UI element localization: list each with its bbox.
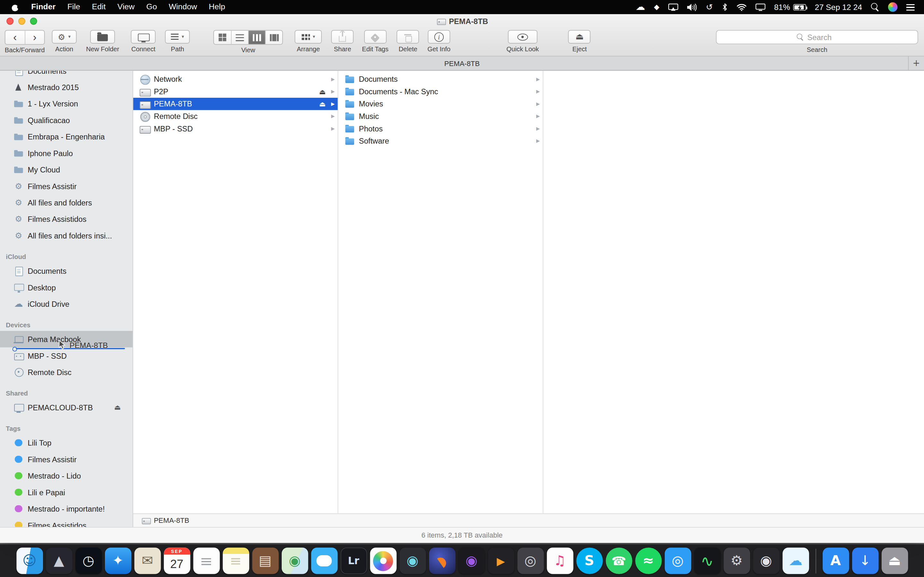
action-button[interactable]: ⚙▾ xyxy=(52,30,77,44)
dock-eject[interactable]: ⏏ xyxy=(881,548,908,574)
dock-contacts[interactable]: ▤ xyxy=(252,548,278,574)
battery-indicator[interactable]: 81% xyxy=(774,3,806,11)
apple-menu[interactable] xyxy=(6,3,25,11)
search-field[interactable] xyxy=(716,30,918,44)
view-coverflow-button[interactable] xyxy=(265,31,282,44)
menu-view[interactable]: View xyxy=(111,0,141,14)
column-item-p2p[interactable]: P2P⏏▶ xyxy=(133,85,338,98)
notification-center-icon[interactable] xyxy=(906,4,915,10)
dock-firefox[interactable]: ◗ xyxy=(429,548,455,574)
wifi-icon[interactable] xyxy=(736,3,746,11)
sidebar-item-filmes-assistir[interactable]: ⚙Filmes Assistir xyxy=(0,178,132,194)
sidebar-item-my-cloud[interactable]: My Cloud xyxy=(0,161,132,177)
zoom-button[interactable] xyxy=(30,18,37,25)
quick-look-button[interactable] xyxy=(508,30,537,44)
new-folder-button[interactable] xyxy=(90,30,115,44)
eject-icon[interactable]: ⏏ xyxy=(319,100,326,107)
dock-downloads[interactable]: ↓ xyxy=(852,548,879,574)
sidebar-item-icloud-drive[interactable]: ☁iCloud Drive xyxy=(0,295,132,312)
dropbox-icon[interactable]: ◆ xyxy=(654,3,659,11)
dock-mail[interactable]: ✉ xyxy=(134,548,161,574)
share-button[interactable] xyxy=(331,30,354,44)
sidebar-item-pema-macbook[interactable]: Pema Macbook xyxy=(0,331,132,347)
sidebar-item-lyx-version[interactable]: 1 - Lyx Version xyxy=(0,95,132,112)
sidebar-item-mbp-ssd[interactable]: MBP - SSD xyxy=(0,348,132,364)
sidebar-item-qualificacao[interactable]: Qualificacao xyxy=(0,112,132,128)
column-item-network[interactable]: Network▶ xyxy=(133,73,338,85)
sidebar-item-iphone-paulo[interactable]: Iphone Paulo xyxy=(0,145,132,161)
dock-skype[interactable]: S xyxy=(576,548,603,574)
dock-photos[interactable] xyxy=(370,548,397,574)
arrange-button[interactable]: ▾ xyxy=(295,30,322,44)
new-tab-button[interactable]: + xyxy=(908,56,924,70)
airplay-icon[interactable] xyxy=(668,3,678,11)
eject-icon[interactable]: ⏏ xyxy=(114,404,121,411)
tab-pema-8tb[interactable]: PEMA-8TB xyxy=(444,59,480,68)
view-columns-button[interactable] xyxy=(248,31,265,44)
dock-calendar[interactable]: SEP27 xyxy=(164,548,190,574)
dock-finder[interactable]: ☺ xyxy=(16,548,43,574)
menu-edit[interactable]: Edit xyxy=(86,0,111,14)
dock-itunes[interactable]: ♫ xyxy=(547,548,573,574)
delete-button[interactable] xyxy=(397,30,419,44)
dock-system-preferences[interactable]: ⚙ xyxy=(724,548,750,574)
view-list-button[interactable] xyxy=(231,31,248,44)
sidebar-tag-mestrado-importante[interactable]: Mestrado - importante! xyxy=(0,500,132,517)
search-input[interactable] xyxy=(807,33,838,42)
sidebar-tag-lili-e-papai[interactable]: Lili e Papai xyxy=(0,484,132,500)
eject-button[interactable]: ⏏ xyxy=(568,30,591,44)
dock-spotify[interactable]: ≈ xyxy=(635,548,662,574)
sidebar-tag-filmes-assistir[interactable]: Filmes Assistir xyxy=(0,451,132,467)
volume-icon[interactable] xyxy=(687,3,697,11)
dock-safari[interactable]: ✦ xyxy=(105,548,131,574)
dock-messages[interactable] xyxy=(311,548,338,574)
sidebar-item-mestrado-2015[interactable]: Mestrado 2015 xyxy=(0,79,132,95)
column-item-documents-mac-sync[interactable]: Documents - Mac Sync▶ xyxy=(338,85,543,98)
back-button[interactable]: ‹ xyxy=(5,31,25,44)
dock-lightroom[interactable]: Lr xyxy=(341,548,367,574)
sidebar-item-desktop[interactable]: Desktop xyxy=(0,279,132,295)
column-item-photos[interactable]: Photos▶ xyxy=(338,122,543,135)
dock-media-player[interactable]: ▸ xyxy=(488,548,514,574)
edit-tags-button[interactable] xyxy=(364,30,387,44)
display-icon[interactable] xyxy=(755,3,765,11)
dock-photo-booth[interactable]: ◉ xyxy=(399,548,426,574)
column-item-music[interactable]: Music▶ xyxy=(338,110,543,122)
dock-final-cut-pro[interactable]: ◉ xyxy=(458,548,485,574)
dock-whatsapp[interactable]: ☎ xyxy=(606,548,632,574)
menu-help[interactable]: Help xyxy=(203,0,231,14)
get-info-button[interactable]: i xyxy=(428,30,450,44)
spotlight-icon[interactable] xyxy=(871,3,879,11)
view-icons-button[interactable] xyxy=(214,31,231,44)
time-machine-icon[interactable]: ↺ xyxy=(706,3,713,11)
dock-maps[interactable]: ◉ xyxy=(281,548,308,574)
column-item-movies[interactable]: Movies▶ xyxy=(338,98,543,110)
dock-notes[interactable]: ≡ xyxy=(222,548,249,574)
cloud-status-icon[interactable]: ☁ xyxy=(636,2,645,11)
sidebar-item-icloud-documents[interactable]: Documents xyxy=(0,263,132,279)
forward-button[interactable]: › xyxy=(25,31,44,44)
sidebar-item-remote-disc[interactable]: Remote Disc xyxy=(0,364,132,380)
dock-launchpad[interactable]: ▲ xyxy=(45,548,72,574)
dock-app-store[interactable]: A xyxy=(822,548,849,574)
path-bar-item[interactable]: PEMA-8TB xyxy=(153,516,189,525)
sidebar-item-documents-top[interactable]: Documents xyxy=(0,71,132,79)
connect-button[interactable] xyxy=(131,30,156,44)
title-bar[interactable]: PEMA-8TB xyxy=(0,14,924,28)
column-item-pema-8tb[interactable]: PEMA-8TB⏏▶ xyxy=(133,98,338,110)
sidebar-tag-lili-top[interactable]: Lili Top xyxy=(0,435,132,451)
menu-file[interactable]: File xyxy=(61,0,86,14)
sidebar-item-all-files-insi[interactable]: ⚙All files and folders insi... xyxy=(0,227,132,243)
column-item-documents[interactable]: Documents▶ xyxy=(338,73,543,85)
menu-finder[interactable]: Finder xyxy=(25,0,61,14)
sidebar-item-all-files[interactable]: ⚙All files and folders xyxy=(0,194,132,211)
dock-dvd-player[interactable]: ◎ xyxy=(517,548,544,574)
sidebar-item-filmes-assistidos[interactable]: ⚙Filmes Assistidos xyxy=(0,211,132,227)
close-button[interactable] xyxy=(6,18,13,25)
sidebar-tag-mestrado-lido[interactable]: Mestrado - Lido xyxy=(0,467,132,484)
bluetooth-icon[interactable] xyxy=(722,3,727,11)
sidebar-item-embrapa-engenharia[interactable]: Embrapa - Engenharia xyxy=(0,128,132,145)
minimize-button[interactable] xyxy=(18,18,25,25)
dock-airdrop[interactable]: ◎ xyxy=(664,548,691,574)
menu-go[interactable]: Go xyxy=(141,0,163,14)
